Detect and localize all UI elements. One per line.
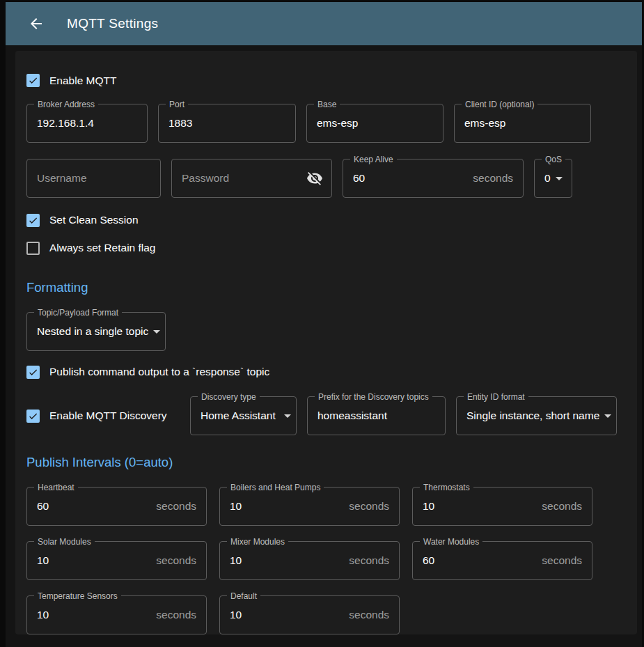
checkbox-icon[interactable]	[26, 242, 40, 255]
username-field[interactable]	[26, 159, 161, 198]
seconds-suffix: seconds	[349, 500, 389, 513]
chevron-down-icon	[279, 407, 296, 424]
keep-alive-input[interactable]	[353, 172, 467, 185]
field-label: Prefix for the Discovery topics	[315, 391, 432, 403]
seconds-suffix: seconds	[542, 554, 582, 567]
broker-fields-row: Broker Address Port Base Client ID (opti…	[26, 104, 626, 143]
discovery-type-value: Home Assistant	[201, 410, 276, 422]
field-label: Heartbeat	[34, 482, 78, 493]
appbar: MQTT Settings	[6, 2, 642, 45]
discovery-prefix-input[interactable]	[317, 410, 435, 422]
seconds-suffix: seconds	[156, 500, 196, 513]
checkbox-label: Enable MQTT	[49, 75, 116, 87]
field-label: Broker Address	[34, 99, 98, 110]
chevron-down-icon	[551, 170, 567, 187]
field-label: Thermostats	[420, 482, 473, 493]
field-label: QoS	[542, 154, 565, 165]
publish-response-checkbox[interactable]: Publish command output to a `response` t…	[26, 358, 626, 386]
visibility-toggle-button[interactable]	[305, 169, 324, 188]
seconds-suffix: seconds	[156, 554, 196, 567]
username-input[interactable]	[37, 172, 150, 185]
topic-format-value: Nested in a single topic	[37, 325, 148, 338]
field-label: Base	[314, 99, 340, 110]
entity-id-format-select[interactable]: Entity ID format Single instance, short …	[456, 396, 617, 435]
interval-field-water[interactable]: Water Modules seconds	[412, 541, 592, 580]
base-field[interactable]: Base	[306, 104, 443, 143]
interval-field-heartbeat[interactable]: Heartbeat seconds	[26, 487, 207, 526]
interval-thermostats-input[interactable]	[423, 500, 536, 513]
visibility-off-icon	[306, 170, 323, 187]
content-area: Enable MQTT Broker Address Port Base Cli…	[6, 45, 642, 647]
field-label: Discovery type	[198, 391, 260, 403]
field-label: Solar Modules	[34, 536, 95, 547]
settings-card: Enable MQTT Broker Address Port Base Cli…	[15, 51, 637, 634]
intervals-heading: Publish Intervals (0=auto)	[26, 455, 626, 470]
formatting-heading: Formatting	[26, 280, 626, 295]
topic-format-select[interactable]: Topic/Payload Format Nested in a single …	[26, 312, 166, 351]
checkbox-label: Set Clean Session	[49, 214, 139, 226]
field-label: Mixer Modules	[227, 536, 288, 547]
checkbox-icon[interactable]	[26, 366, 40, 379]
interval-field-thermostats[interactable]: Thermostats seconds	[412, 487, 592, 526]
interval-boilers-input[interactable]	[230, 500, 343, 513]
seconds-suffix: seconds	[349, 609, 389, 621]
checkbox-icon[interactable]	[26, 410, 40, 423]
interval-field-temperature-sensors[interactable]: Temperature Sensors seconds	[26, 595, 207, 634]
discovery-prefix-field[interactable]: Prefix for the Discovery topics	[307, 396, 446, 435]
interval-field-solar[interactable]: Solar Modules seconds	[26, 541, 207, 580]
qos-value: 0	[544, 172, 551, 185]
retain-flag-checkbox[interactable]: Always set Retain flag	[26, 234, 626, 262]
page-title: MQTT Settings	[67, 16, 158, 31]
field-label: Entity ID format	[464, 391, 528, 403]
checkbox-icon[interactable]	[26, 214, 40, 227]
interval-solar-input[interactable]	[37, 554, 150, 567]
field-label: Default	[227, 591, 260, 602]
clean-session-checkbox[interactable]: Set Clean Session	[26, 206, 626, 234]
password-input[interactable]	[182, 172, 305, 185]
discovery-type-select[interactable]: Discovery type Home Assistant	[190, 396, 297, 435]
port-input[interactable]	[168, 117, 285, 130]
topic-format-row: Topic/Payload Format Nested in a single …	[26, 312, 626, 351]
client-id-input[interactable]	[464, 117, 581, 130]
interval-heartbeat-input[interactable]	[37, 500, 150, 513]
interval-temperature-sensors-input[interactable]	[37, 609, 150, 621]
client-id-field[interactable]: Client ID (optional)	[454, 104, 591, 143]
port-field[interactable]: Port	[158, 104, 296, 143]
qos-select[interactable]: QoS 0	[534, 159, 572, 198]
interval-water-input[interactable]	[423, 554, 536, 567]
checkbox-icon[interactable]	[26, 74, 40, 87]
checkbox-label: Publish command output to a `response` t…	[49, 366, 269, 378]
seconds-suffix: seconds	[156, 609, 196, 621]
field-label: Water Modules	[420, 536, 482, 547]
entity-id-format-value: Single instance, short name	[466, 410, 599, 422]
enable-discovery-checkbox[interactable]: Enable MQTT Discovery	[26, 396, 180, 435]
field-label: Temperature Sensors	[34, 591, 121, 602]
interval-field-boilers[interactable]: Boilers and Heat Pumps seconds	[219, 487, 400, 526]
interval-default-input[interactable]	[230, 609, 343, 621]
interval-field-default[interactable]: Default seconds	[219, 595, 400, 634]
seconds-suffix: seconds	[473, 172, 513, 185]
chevron-down-icon	[148, 323, 165, 340]
chevron-down-icon	[599, 407, 616, 424]
back-button[interactable]	[22, 10, 50, 38]
seconds-suffix: seconds	[542, 500, 582, 513]
arrow-left-icon	[28, 15, 45, 32]
checkbox-label: Enable MQTT Discovery	[49, 410, 167, 422]
broker-address-field[interactable]: Broker Address	[26, 104, 148, 143]
field-label: Boilers and Heat Pumps	[227, 482, 324, 493]
interval-field-mixer[interactable]: Mixer Modules seconds	[219, 541, 400, 580]
checkbox-label: Always set Retain flag	[49, 242, 156, 254]
password-field[interactable]	[171, 159, 332, 198]
seconds-suffix: seconds	[349, 554, 389, 567]
intervals-grid: Heartbeat seconds Boilers and Heat Pumps…	[26, 487, 626, 634]
interval-mixer-input[interactable]	[230, 554, 343, 567]
keep-alive-field[interactable]: Keep Alive seconds	[343, 159, 524, 198]
broker-address-input[interactable]	[37, 117, 137, 130]
credentials-row: Keep Alive seconds QoS 0	[26, 159, 626, 198]
field-label: Port	[166, 99, 188, 110]
field-label: Topic/Payload Format	[34, 307, 122, 318]
field-label: Keep Alive	[350, 154, 397, 165]
base-input[interactable]	[317, 117, 433, 130]
enable-mqtt-checkbox[interactable]: Enable MQTT	[26, 74, 626, 87]
discovery-row: Enable MQTT Discovery Discovery type Hom…	[26, 391, 626, 435]
